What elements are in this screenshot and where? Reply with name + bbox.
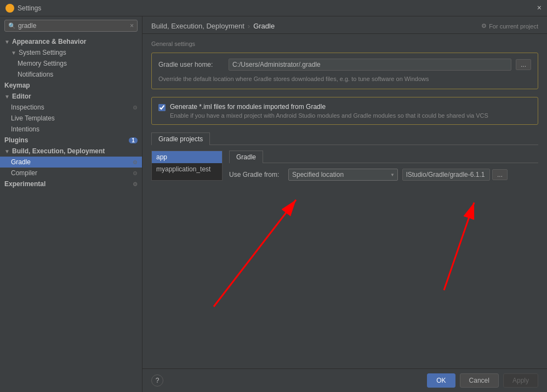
sidebar-item-intentions[interactable]: Intentions bbox=[0, 124, 142, 135]
sidebar-item-label: Intentions bbox=[11, 125, 39, 133]
dialog-footer: ? OK Cancel Apply bbox=[143, 368, 547, 392]
gradle-home-input[interactable] bbox=[229, 59, 511, 71]
sidebar-item-label: Memory Settings bbox=[18, 60, 67, 67]
sidebar-item-plugins[interactable]: Plugins 1 bbox=[0, 135, 142, 146]
plugins-badge: 1 bbox=[129, 137, 138, 143]
dialog-title: Settings bbox=[18, 4, 41, 12]
content-header: Build, Execution, Deployment › Gradle ⚙ … bbox=[143, 16, 547, 34]
search-box[interactable]: 🔍 × bbox=[4, 20, 138, 32]
sidebar-item-label: Plugins bbox=[4, 136, 28, 144]
project-item-app[interactable]: app bbox=[152, 151, 222, 163]
sidebar: 🔍 × ▼ Appearance & Behavior ▼ System Set… bbox=[0, 16, 143, 392]
config-icon: ⚙ bbox=[133, 181, 138, 187]
inner-tab-bar: Gradle bbox=[229, 151, 538, 163]
sidebar-item-live-templates[interactable]: Live Templates bbox=[0, 113, 142, 124]
use-gradle-select-wrapper: Specified location Gradle wrapper Local … bbox=[288, 169, 398, 181]
apply-button[interactable]: Apply bbox=[503, 373, 538, 388]
sidebar-item-label: Appearance & Behavior bbox=[12, 38, 86, 45]
sidebar-item-build-execution[interactable]: ▼ Build, Execution, Deployment bbox=[0, 146, 142, 157]
sidebar-item-label: Live Templates bbox=[11, 114, 55, 122]
search-input[interactable] bbox=[18, 22, 130, 30]
sidebar-item-appearance[interactable]: ▼ Appearance & Behavior bbox=[0, 36, 142, 47]
project-settings-panel: Gradle Use Gradle from: Specified locati… bbox=[229, 151, 538, 181]
sidebar-item-label: Experimental bbox=[4, 180, 45, 188]
projects-list: app myapplication_test bbox=[151, 151, 223, 181]
gradle-home-browse-button[interactable]: ... bbox=[516, 59, 531, 70]
sidebar-item-label: Compiler bbox=[11, 169, 37, 177]
project-item-myapp[interactable]: myapplication_test bbox=[152, 163, 222, 175]
sidebar-item-notifications[interactable]: Notifications bbox=[0, 69, 142, 80]
sidebar-item-gradle[interactable]: Gradle ⚙ bbox=[0, 157, 142, 168]
ok-button[interactable]: OK bbox=[427, 373, 455, 388]
cancel-button[interactable]: Cancel bbox=[460, 373, 499, 388]
gradle-user-home-section: Gradle user home: ... Override the defau… bbox=[151, 53, 538, 89]
sidebar-item-compiler[interactable]: Compiler ⚙ bbox=[0, 168, 142, 178]
generate-iml-labels: Generate *.iml files for modules importe… bbox=[170, 103, 488, 119]
tab-gradle-projects[interactable]: Gradle projects bbox=[151, 132, 210, 145]
config-icon: ⚙ bbox=[133, 105, 138, 111]
tab-bar: Gradle projects bbox=[151, 132, 538, 145]
sidebar-item-label: Gradle bbox=[11, 158, 31, 166]
help-button[interactable]: ? bbox=[151, 374, 163, 387]
breadcrumb-parent: Build, Execution, Deployment bbox=[151, 22, 244, 30]
sidebar-item-label: System Settings bbox=[19, 49, 66, 56]
use-gradle-label: Use Gradle from: bbox=[229, 171, 284, 178]
breadcrumb-current: Gradle bbox=[253, 22, 275, 30]
tab-gradle[interactable]: Gradle bbox=[229, 151, 263, 163]
gradle-path-wrapper: ... bbox=[402, 169, 508, 181]
sidebar-item-experimental[interactable]: Experimental ⚙ bbox=[0, 178, 142, 189]
for-current-project-label: For current project bbox=[489, 23, 538, 30]
for-current-project: ⚙ For current project bbox=[481, 22, 538, 30]
breadcrumb-separator: › bbox=[248, 22, 250, 30]
sidebar-item-label: Notifications bbox=[18, 71, 53, 78]
use-gradle-row: Use Gradle from: Specified location Grad… bbox=[229, 169, 538, 181]
sidebar-item-memory-settings[interactable]: Memory Settings bbox=[0, 58, 142, 69]
breadcrumb: Build, Execution, Deployment › Gradle bbox=[151, 22, 275, 30]
title-bar: Settings × bbox=[0, 0, 547, 16]
gradle-path-browse-button[interactable]: ... bbox=[492, 169, 508, 180]
sidebar-section: ▼ Appearance & Behavior ▼ System Setting… bbox=[0, 35, 142, 191]
config-icon: ⚙ bbox=[133, 159, 138, 165]
projects-layout: app myapplication_test Gradle Use Gradle… bbox=[151, 151, 538, 181]
use-gradle-select[interactable]: Specified location Gradle wrapper Local … bbox=[288, 169, 398, 181]
expand-icon: ▼ bbox=[4, 148, 11, 154]
gradle-path-input[interactable] bbox=[402, 169, 490, 181]
content-area: Build, Execution, Deployment › Gradle ⚙ … bbox=[143, 16, 547, 392]
expand-icon: ▼ bbox=[11, 50, 18, 56]
expand-icon: ▼ bbox=[4, 94, 11, 100]
sidebar-item-inspections[interactable]: Inspections ⚙ bbox=[0, 102, 142, 113]
sidebar-item-label: Inspections bbox=[11, 103, 44, 111]
generate-iml-checkbox[interactable] bbox=[158, 104, 166, 111]
config-icon: ⚙ bbox=[133, 170, 138, 176]
project-settings-icon: ⚙ bbox=[481, 22, 487, 30]
gradle-home-label: Gradle user home: bbox=[158, 61, 224, 68]
content-body: General settings Gradle user home: ... O… bbox=[143, 34, 547, 368]
sidebar-item-keymap[interactable]: Keymap bbox=[0, 80, 142, 91]
sidebar-item-label: Keymap bbox=[4, 82, 30, 89]
close-button[interactable]: × bbox=[537, 4, 542, 11]
sidebar-item-editor[interactable]: ▼ Editor bbox=[0, 91, 142, 102]
gradle-home-hint: Override the default location where Grad… bbox=[158, 75, 531, 83]
expand-icon: ▼ bbox=[4, 39, 11, 45]
generate-iml-row: Generate *.iml files for modules importe… bbox=[158, 103, 531, 119]
generate-iml-hint: Enable if you have a mixed project with … bbox=[170, 112, 488, 119]
dialog-container: 🔍 × ▼ Appearance & Behavior ▼ System Set… bbox=[0, 16, 547, 392]
sidebar-item-label: Build, Execution, Deployment bbox=[12, 147, 105, 155]
sidebar-item-label: Editor bbox=[12, 93, 31, 100]
gradle-home-row: Gradle user home: ... bbox=[158, 59, 531, 71]
generate-iml-label: Generate *.iml files for modules importe… bbox=[170, 103, 488, 111]
generate-iml-section: Generate *.iml files for modules importe… bbox=[151, 97, 538, 125]
general-settings-label: General settings bbox=[151, 41, 538, 47]
sidebar-item-system-settings[interactable]: ▼ System Settings bbox=[0, 47, 142, 58]
search-icon: 🔍 bbox=[8, 22, 16, 30]
search-clear-button[interactable]: × bbox=[130, 22, 134, 30]
gradle-projects-section: Gradle projects app myapplication_test G… bbox=[151, 132, 538, 181]
app-icon bbox=[5, 4, 14, 13]
